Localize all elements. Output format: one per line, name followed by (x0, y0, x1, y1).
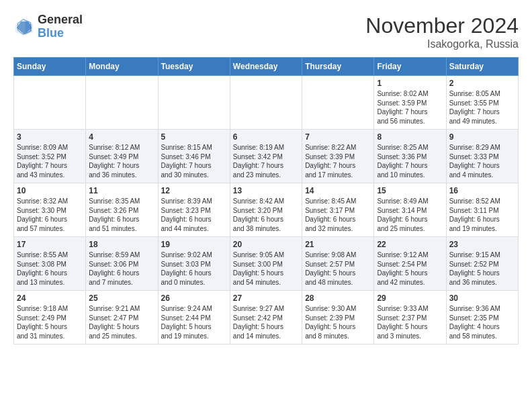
day-info: Sunrise: 8:09 AM Sunset: 3:52 PM Dayligh… (17, 143, 83, 179)
day-info: Sunrise: 9:24 AM Sunset: 2:44 PM Dayligh… (161, 304, 227, 340)
calendar-cell: 23Sunrise: 9:15 AM Sunset: 2:52 PM Dayli… (446, 237, 518, 291)
day-number: 13 (233, 186, 299, 195)
day-info: Sunrise: 9:21 AM Sunset: 2:47 PM Dayligh… (89, 304, 154, 340)
calendar-cell: 28Sunrise: 9:30 AM Sunset: 2:39 PM Dayli… (302, 291, 374, 345)
day-number: 19 (161, 240, 227, 249)
calendar-week-row: 24Sunrise: 9:18 AM Sunset: 2:49 PM Dayli… (14, 291, 519, 345)
calendar-cell: 30Sunrise: 9:36 AM Sunset: 2:35 PM Dayli… (446, 291, 518, 345)
day-info: Sunrise: 9:05 AM Sunset: 3:00 PM Dayligh… (233, 250, 299, 287)
day-number: 28 (305, 293, 371, 303)
day-number: 25 (89, 293, 154, 303)
day-number: 12 (161, 186, 227, 195)
day-info: Sunrise: 9:18 AM Sunset: 2:49 PM Dayligh… (17, 304, 83, 340)
weekday-header: Saturday (446, 58, 518, 76)
day-info: Sunrise: 8:19 AM Sunset: 3:42 PM Dayligh… (233, 143, 299, 179)
day-number: 15 (377, 186, 443, 195)
calendar-cell (14, 76, 86, 130)
day-info: Sunrise: 9:33 AM Sunset: 2:37 PM Dayligh… (377, 304, 443, 340)
calendar-cell: 29Sunrise: 9:33 AM Sunset: 2:37 PM Dayli… (374, 291, 446, 345)
day-number: 23 (449, 240, 515, 249)
calendar-cell: 6Sunrise: 8:19 AM Sunset: 3:42 PM Daylig… (230, 130, 302, 183)
calendar-cell: 15Sunrise: 8:49 AM Sunset: 3:14 PM Dayli… (374, 183, 446, 237)
day-info: Sunrise: 8:39 AM Sunset: 3:23 PM Dayligh… (161, 197, 227, 233)
day-info: Sunrise: 8:32 AM Sunset: 3:30 PM Dayligh… (17, 197, 83, 233)
calendar-week-row: 10Sunrise: 8:32 AM Sunset: 3:30 PM Dayli… (14, 183, 519, 237)
calendar-cell: 20Sunrise: 9:05 AM Sunset: 3:00 PM Dayli… (230, 237, 302, 291)
calendar-cell: 22Sunrise: 9:12 AM Sunset: 2:54 PM Dayli… (374, 237, 446, 291)
day-number: 6 (233, 132, 299, 142)
weekday-header: Thursday (302, 58, 374, 76)
day-number: 2 (449, 79, 515, 88)
calendar-cell: 12Sunrise: 8:39 AM Sunset: 3:23 PM Dayli… (158, 183, 230, 237)
logo-icon (13, 16, 35, 38)
day-info: Sunrise: 9:36 AM Sunset: 2:35 PM Dayligh… (449, 304, 515, 340)
day-info: Sunrise: 8:55 AM Sunset: 3:08 PM Dayligh… (17, 250, 83, 287)
logo-text: General Blue (38, 13, 83, 40)
calendar-week-row: 1Sunrise: 8:02 AM Sunset: 3:59 PM Daylig… (14, 76, 519, 130)
day-info: Sunrise: 8:59 AM Sunset: 3:06 PM Dayligh… (89, 250, 154, 287)
calendar-cell (302, 76, 374, 130)
month-title: November 2024 (365, 13, 519, 38)
calendar-cell: 24Sunrise: 9:18 AM Sunset: 2:49 PM Dayli… (14, 291, 86, 345)
day-info: Sunrise: 8:02 AM Sunset: 3:59 PM Dayligh… (377, 89, 443, 126)
calendar-cell: 21Sunrise: 9:08 AM Sunset: 2:57 PM Dayli… (302, 237, 374, 291)
weekday-header: Friday (374, 58, 446, 76)
day-number: 4 (89, 132, 154, 142)
calendar-cell: 18Sunrise: 8:59 AM Sunset: 3:06 PM Dayli… (86, 237, 158, 291)
day-number: 14 (305, 186, 371, 195)
calendar-cell: 7Sunrise: 8:22 AM Sunset: 3:39 PM Daylig… (302, 130, 374, 183)
day-number: 29 (377, 293, 443, 303)
calendar-cell: 9Sunrise: 8:29 AM Sunset: 3:33 PM Daylig… (446, 130, 518, 183)
day-info: Sunrise: 8:05 AM Sunset: 3:55 PM Dayligh… (449, 89, 515, 126)
calendar-cell: 8Sunrise: 8:25 AM Sunset: 3:36 PM Daylig… (374, 130, 446, 183)
calendar-cell (158, 76, 230, 130)
day-info: Sunrise: 9:15 AM Sunset: 2:52 PM Dayligh… (449, 250, 515, 287)
title-block: November 2024 Isakogorka, Russia (365, 13, 519, 50)
calendar-cell: 17Sunrise: 8:55 AM Sunset: 3:08 PM Dayli… (14, 237, 86, 291)
day-number: 20 (233, 240, 299, 249)
day-info: Sunrise: 8:25 AM Sunset: 3:36 PM Dayligh… (377, 143, 443, 179)
location: Isakogorka, Russia (365, 38, 519, 50)
calendar-cell: 4Sunrise: 8:12 AM Sunset: 3:49 PM Daylig… (86, 130, 158, 183)
day-info: Sunrise: 8:35 AM Sunset: 3:26 PM Dayligh… (89, 197, 154, 233)
calendar-cell: 11Sunrise: 8:35 AM Sunset: 3:26 PM Dayli… (86, 183, 158, 237)
calendar-table: SundayMondayTuesdayWednesdayThursdayFrid… (13, 57, 519, 345)
day-info: Sunrise: 9:30 AM Sunset: 2:39 PM Dayligh… (305, 304, 371, 340)
page-header: General Blue November 2024 Isakogorka, R… (13, 13, 519, 50)
day-number: 26 (161, 293, 227, 303)
day-number: 10 (17, 186, 83, 195)
calendar-cell: 10Sunrise: 8:32 AM Sunset: 3:30 PM Dayli… (14, 183, 86, 237)
day-number: 3 (17, 132, 83, 142)
day-number: 8 (377, 132, 443, 142)
day-number: 9 (449, 132, 515, 142)
logo: General Blue (13, 13, 83, 40)
day-info: Sunrise: 8:15 AM Sunset: 3:46 PM Dayligh… (161, 143, 227, 179)
day-info: Sunrise: 9:12 AM Sunset: 2:54 PM Dayligh… (377, 250, 443, 287)
weekday-header: Wednesday (230, 58, 302, 76)
calendar-cell: 3Sunrise: 8:09 AM Sunset: 3:52 PM Daylig… (14, 130, 86, 183)
calendar-cell: 27Sunrise: 9:27 AM Sunset: 2:42 PM Dayli… (230, 291, 302, 345)
day-info: Sunrise: 8:45 AM Sunset: 3:17 PM Dayligh… (305, 197, 371, 233)
weekday-header: Tuesday (158, 58, 230, 76)
calendar-cell: 13Sunrise: 8:42 AM Sunset: 3:20 PM Dayli… (230, 183, 302, 237)
calendar-cell: 2Sunrise: 8:05 AM Sunset: 3:55 PM Daylig… (446, 76, 518, 130)
calendar-cell: 19Sunrise: 9:02 AM Sunset: 3:03 PM Dayli… (158, 237, 230, 291)
weekday-header-row: SundayMondayTuesdayWednesdayThursdayFrid… (14, 58, 519, 76)
day-number: 17 (17, 240, 83, 249)
day-info: Sunrise: 9:08 AM Sunset: 2:57 PM Dayligh… (305, 250, 371, 287)
calendar-cell: 1Sunrise: 8:02 AM Sunset: 3:59 PM Daylig… (374, 76, 446, 130)
calendar-cell: 5Sunrise: 8:15 AM Sunset: 3:46 PM Daylig… (158, 130, 230, 183)
day-number: 30 (449, 293, 515, 303)
day-info: Sunrise: 8:12 AM Sunset: 3:49 PM Dayligh… (89, 143, 154, 179)
day-number: 5 (161, 132, 227, 142)
calendar-week-row: 3Sunrise: 8:09 AM Sunset: 3:52 PM Daylig… (14, 130, 519, 183)
day-info: Sunrise: 9:02 AM Sunset: 3:03 PM Dayligh… (161, 250, 227, 287)
calendar-cell (230, 76, 302, 130)
day-number: 18 (89, 240, 154, 249)
calendar-cell: 26Sunrise: 9:24 AM Sunset: 2:44 PM Dayli… (158, 291, 230, 345)
day-number: 27 (233, 293, 299, 303)
day-info: Sunrise: 8:42 AM Sunset: 3:20 PM Dayligh… (233, 197, 299, 233)
day-number: 22 (377, 240, 443, 249)
weekday-header: Monday (86, 58, 158, 76)
day-info: Sunrise: 9:27 AM Sunset: 2:42 PM Dayligh… (233, 304, 299, 340)
